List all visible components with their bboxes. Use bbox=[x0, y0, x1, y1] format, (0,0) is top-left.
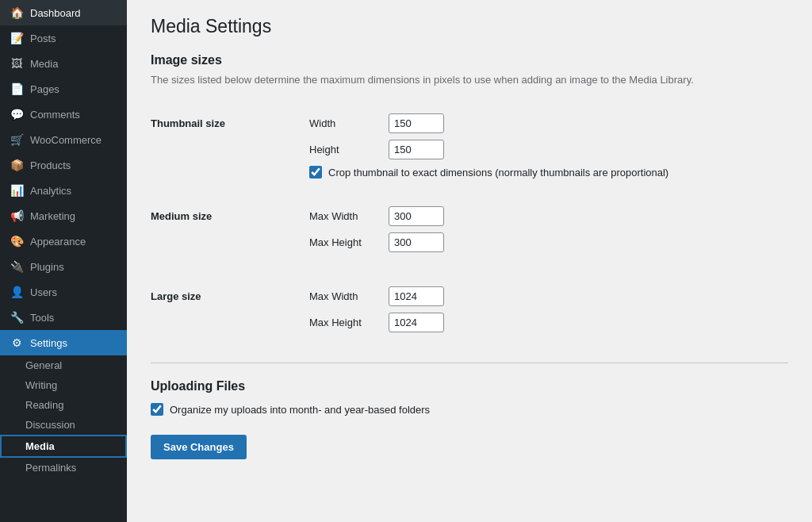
sidebar-item-tools[interactable]: 🔧Tools bbox=[0, 305, 127, 330]
medium-label: Medium size bbox=[151, 194, 309, 267]
sidebar-label-media: Media bbox=[30, 58, 58, 70]
products-icon: 📦 bbox=[10, 159, 24, 171]
uploads-label: Organize my uploads into month- and year… bbox=[170, 404, 430, 416]
sidebar-item-marketing[interactable]: 📢Marketing bbox=[0, 203, 127, 228]
width-label: Width bbox=[309, 117, 381, 129]
thumbnail-height-row: Height bbox=[309, 140, 788, 159]
sidebar-item-users[interactable]: 👤Users bbox=[0, 279, 127, 305]
uploading-title: Uploading Files bbox=[151, 379, 788, 393]
medium-max-height-label: Max Height bbox=[309, 236, 381, 248]
comments-icon: 💬 bbox=[10, 108, 24, 121]
thumbnail-row: Thumbnail size Width Height Crop thumbna… bbox=[151, 102, 788, 186]
medium-width-row: Max Width bbox=[309, 206, 788, 226]
sidebar-item-comments[interactable]: 💬Comments bbox=[0, 102, 127, 127]
thumbnail-section: Thumbnail size Width Height Crop thumbna… bbox=[151, 102, 788, 186]
sidebar-item-settings[interactable]: ⚙Settings bbox=[0, 330, 127, 355]
height-label: Height bbox=[309, 144, 381, 155]
settings-icon: ⚙ bbox=[10, 336, 24, 349]
sidebar-label-users: Users bbox=[30, 286, 57, 298]
sidebar-item-posts[interactable]: 📝Posts bbox=[0, 25, 127, 51]
uploads-organize-checkbox[interactable] bbox=[151, 403, 163, 416]
medium-section: Medium size Max Width Max Height bbox=[151, 194, 788, 267]
sidebar-label-plugins: Plugins bbox=[30, 261, 64, 273]
sidebar: 🏠Dashboard📝Posts🖼Media📄Pages💬Comments🛒Wo… bbox=[0, 0, 127, 522]
posts-icon: 📝 bbox=[10, 32, 24, 44]
users-icon: 👤 bbox=[10, 286, 24, 298]
thumbnail-height-input[interactable] bbox=[389, 140, 444, 159]
sidebar-item-analytics[interactable]: 📊Analytics bbox=[0, 178, 127, 203]
plugins-icon: 🔌 bbox=[10, 260, 24, 273]
sidebar-label-posts: Posts bbox=[30, 33, 56, 44]
sidebar-label-marketing: Marketing bbox=[30, 210, 75, 222]
thumbnail-controls: Width Height Crop thumbnail to exact dim… bbox=[309, 102, 788, 186]
page-title: Media Settings bbox=[151, 16, 788, 37]
image-sizes-title: Image sizes bbox=[151, 53, 788, 67]
sidebar-item-plugins[interactable]: 🔌Plugins bbox=[0, 254, 127, 279]
crop-label: Crop thumbnail to exact dimensions (norm… bbox=[328, 167, 668, 178]
section-divider bbox=[151, 363, 788, 363]
large-width-input[interactable] bbox=[389, 286, 444, 306]
tools-icon: 🔧 bbox=[10, 311, 24, 324]
large-width-row: Max Width bbox=[309, 286, 788, 306]
large-section: Large size Max Width Max Height bbox=[151, 274, 788, 347]
large-height-input[interactable] bbox=[389, 313, 444, 332]
thumbnail-width-input[interactable] bbox=[389, 113, 444, 133]
medium-height-input[interactable] bbox=[389, 232, 444, 252]
large-height-row: Max Height bbox=[309, 313, 788, 332]
sidebar-item-media[interactable]: 🖼Media bbox=[0, 51, 127, 76]
save-changes-button[interactable]: Save Changes bbox=[151, 435, 247, 459]
sidebar-item-woocommerce[interactable]: 🛒WooCommerce bbox=[0, 127, 127, 152]
submenu-item-reading[interactable]: Reading bbox=[0, 395, 127, 415]
submenu-item-general[interactable]: General bbox=[0, 355, 127, 375]
medium-width-input[interactable] bbox=[389, 206, 444, 226]
dashboard-icon: 🏠 bbox=[10, 6, 24, 19]
marketing-icon: 📢 bbox=[10, 209, 24, 222]
sidebar-label-analytics: Analytics bbox=[30, 185, 71, 197]
sidebar-item-appearance[interactable]: 🎨Appearance bbox=[0, 228, 127, 254]
sidebar-item-products[interactable]: 📦Products bbox=[0, 152, 127, 178]
large-max-width-label: Max Width bbox=[309, 290, 381, 302]
sidebar-label-pages: Pages bbox=[30, 83, 59, 95]
medium-height-row: Max Height bbox=[309, 232, 788, 252]
submenu-item-writing[interactable]: Writing bbox=[0, 375, 127, 395]
sidebar-label-tools: Tools bbox=[30, 312, 54, 324]
thumbnail-width-row: Width bbox=[309, 113, 788, 133]
sidebar-label-appearance: Appearance bbox=[30, 236, 86, 248]
settings-submenu: GeneralWritingReadingDiscussionMediaPerm… bbox=[0, 355, 127, 478]
sidebar-label-comments: Comments bbox=[30, 109, 80, 121]
submenu-item-discussion[interactable]: Discussion bbox=[0, 415, 127, 435]
appearance-icon: 🎨 bbox=[10, 235, 24, 248]
woocommerce-icon: 🛒 bbox=[10, 133, 24, 146]
large-max-height-label: Max Height bbox=[309, 317, 381, 328]
main-content: Media Settings Image sizes The sizes lis… bbox=[127, 0, 812, 522]
image-sizes-description: The sizes listed below determine the max… bbox=[151, 74, 788, 86]
large-row: Large size Max Width Max Height bbox=[151, 274, 788, 347]
medium-max-width-label: Max Width bbox=[309, 210, 381, 222]
media-icon: 🖼 bbox=[10, 57, 24, 70]
submenu-item-media-sub[interactable]: Media bbox=[0, 435, 127, 458]
sidebar-label-dashboard: Dashboard bbox=[30, 7, 81, 19]
pages-icon: 📄 bbox=[10, 83, 24, 95]
sidebar-label-woocommerce: WooCommerce bbox=[30, 134, 102, 146]
thumbnail-label: Thumbnail size bbox=[151, 102, 309, 186]
sidebar-item-pages[interactable]: 📄Pages bbox=[0, 76, 127, 102]
medium-controls: Max Width Max Height bbox=[309, 194, 788, 267]
crop-checkbox[interactable] bbox=[309, 166, 322, 178]
medium-row: Medium size Max Width Max Height bbox=[151, 194, 788, 267]
large-label: Large size bbox=[151, 274, 309, 347]
large-controls: Max Width Max Height bbox=[309, 274, 788, 347]
uploads-checkbox-row: Organize my uploads into month- and year… bbox=[151, 403, 788, 416]
sidebar-item-dashboard[interactable]: 🏠Dashboard bbox=[0, 0, 127, 25]
sidebar-label-products: Products bbox=[30, 159, 71, 171]
submenu-item-permalinks[interactable]: Permalinks bbox=[0, 458, 127, 478]
sidebar-label-settings: Settings bbox=[30, 337, 67, 349]
crop-checkbox-row: Crop thumbnail to exact dimensions (norm… bbox=[309, 166, 788, 178]
analytics-icon: 📊 bbox=[10, 184, 24, 197]
